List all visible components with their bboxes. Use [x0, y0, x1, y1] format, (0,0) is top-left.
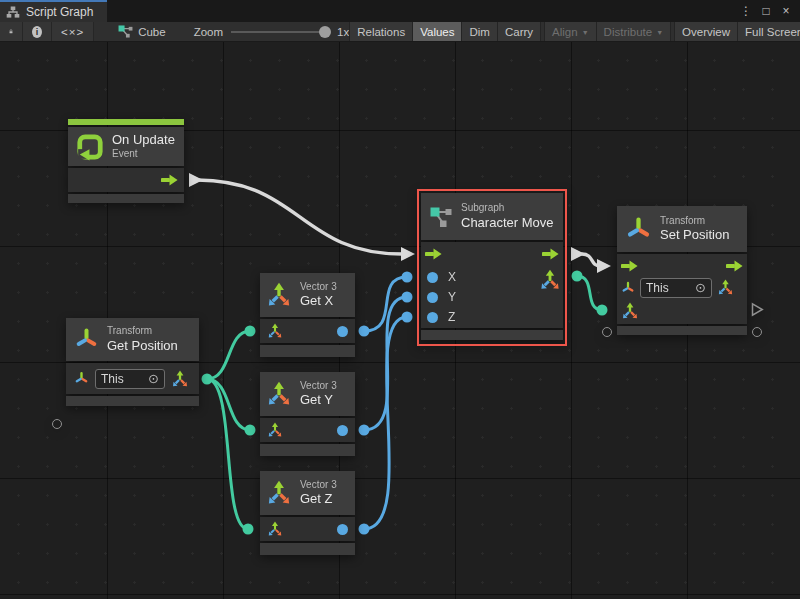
- vector3-input-port[interactable]: [267, 521, 283, 537]
- port-label-x: X: [448, 270, 456, 284]
- graph-toolbar: i <×> Cube Zoom 1x Relations Values Dim …: [0, 22, 800, 42]
- graph-context[interactable]: Cube: [118, 22, 166, 41]
- event-accent-bar: [68, 119, 184, 125]
- chevron-down-icon: ▼: [582, 29, 589, 36]
- tab-title: Script Graph: [26, 5, 93, 19]
- vector3-output-port[interactable]: [539, 269, 561, 291]
- node-character-move[interactable]: Subgraph Character Move X Y: [421, 193, 563, 342]
- wire-charactermove-to-setposition[interactable]: [582, 254, 600, 266]
- values-button[interactable]: Values: [412, 22, 461, 41]
- node-get-y[interactable]: Vector 3 Get Y: [260, 372, 355, 458]
- zoom-value: 1x: [337, 26, 349, 38]
- graph-context-icon: [118, 25, 133, 38]
- graph-tab-icon: [6, 6, 20, 18]
- menu-icon[interactable]: ⋮: [738, 1, 754, 21]
- wire-getposition-to-getz[interactable]: [207, 379, 248, 529]
- transform-output-port[interactable]: [752, 327, 762, 337]
- on-update-icon: [76, 133, 104, 161]
- node-set-position[interactable]: Transform Set Position This ⊙: [617, 206, 747, 337]
- flow-input-port[interactable]: [621, 260, 638, 272]
- vector3-icon: [266, 381, 292, 407]
- float-input-port-x[interactable]: [427, 272, 438, 283]
- distribute-dropdown[interactable]: Distribute▼: [596, 22, 671, 41]
- flow-output-port[interactable]: [726, 260, 743, 272]
- info-icon: i: [32, 26, 42, 38]
- vector3-input-port[interactable]: [267, 422, 283, 438]
- wire-gety-to-charactermove-y[interactable]: [364, 297, 407, 430]
- zoom-control: Zoom 1x: [194, 22, 350, 41]
- target-picker-icon[interactable]: ⊙: [695, 281, 706, 294]
- node-get-x[interactable]: Vector 3 Get X: [260, 273, 355, 359]
- float-output-port[interactable]: [337, 425, 348, 436]
- vector3-icon: [266, 282, 292, 308]
- flow-output-port[interactable]: [161, 174, 178, 186]
- float-input-port-z[interactable]: [427, 312, 438, 323]
- close-icon[interactable]: ×: [778, 1, 794, 21]
- port-label-z: Z: [448, 310, 455, 324]
- transform-icon: [74, 327, 99, 352]
- window-controls: ⋮ □ ×: [738, 0, 800, 22]
- vector3-input-port[interactable]: [267, 323, 283, 339]
- node-get-z[interactable]: Vector 3 Get Z: [260, 471, 355, 557]
- target-picker-icon[interactable]: ⊙: [148, 372, 159, 385]
- float-output-port[interactable]: [337, 524, 348, 535]
- carry-button[interactable]: Carry: [497, 22, 540, 41]
- wire-getposition-to-getx[interactable]: [207, 331, 250, 379]
- float-input-port-y[interactable]: [427, 292, 438, 303]
- vector3-icon: [266, 480, 292, 506]
- wire-getz-to-charactermove-z[interactable]: [364, 317, 407, 529]
- toolbar-toggles: Relations Values Dim Carry Align▼ Distri…: [349, 22, 800, 41]
- this-target-field[interactable]: This ⊙: [640, 278, 712, 298]
- target-input-port[interactable]: [52, 419, 62, 429]
- target-input-port[interactable]: [602, 327, 612, 337]
- port-label-y: Y: [448, 290, 456, 304]
- flow-output-unconnected-port[interactable]: [751, 302, 764, 317]
- float-output-port[interactable]: [337, 326, 348, 337]
- inspect-button[interactable]: i: [23, 22, 52, 41]
- zoom-label: Zoom: [194, 26, 223, 38]
- tab-bar: Script Graph ⋮ □ ×: [0, 0, 800, 22]
- this-target-field[interactable]: This ⊙: [95, 369, 165, 389]
- transform-icon: [625, 216, 652, 243]
- transform-icon: [621, 281, 635, 295]
- vector3-output-port[interactable]: [171, 370, 189, 388]
- vector3-input-port[interactable]: [621, 302, 639, 320]
- node-title: On Update: [112, 132, 175, 148]
- maximize-icon[interactable]: □: [758, 1, 774, 21]
- align-dropdown[interactable]: Align▼: [544, 22, 596, 41]
- overview-button[interactable]: Overview: [674, 22, 737, 41]
- zoom-slider-track: [231, 31, 323, 33]
- chevron-down-icon: ▼: [656, 29, 663, 36]
- dim-button[interactable]: Dim: [461, 22, 496, 41]
- script-graph-window: Script Graph ⋮ □ × i <×> Cube Zoom 1: [0, 0, 800, 599]
- node-get-position[interactable]: Transform Get Position This ⊙: [66, 318, 199, 408]
- graph-context-label: Cube: [138, 26, 166, 38]
- tab-script-graph[interactable]: Script Graph: [0, 0, 107, 22]
- flow-input-port[interactable]: [425, 248, 442, 260]
- wire-getposition-to-gety[interactable]: [207, 379, 250, 430]
- csharp-preview-button[interactable]: <×>: [52, 22, 94, 41]
- transform-icon: [74, 371, 89, 386]
- code-icon: <×>: [61, 26, 84, 38]
- lock-icon: [9, 25, 13, 38]
- wire-charactermove-to-setposition-value[interactable]: [577, 276, 602, 310]
- wire-getx-to-charactermove-x[interactable]: [364, 277, 407, 331]
- zoom-slider-handle[interactable]: [319, 26, 331, 38]
- fullscreen-button[interactable]: Full Screen: [737, 22, 800, 41]
- graph-canvas[interactable]: On Update Event Transform Get Position: [0, 42, 800, 599]
- zoom-slider[interactable]: [231, 26, 323, 38]
- relations-button[interactable]: Relations: [349, 22, 412, 41]
- wire-onupdate-to-charactermove[interactable]: [197, 180, 402, 254]
- node-category: Event: [112, 148, 175, 161]
- flow-output-port[interactable]: [542, 248, 559, 260]
- lock-button[interactable]: [0, 22, 23, 41]
- vector3-output-port[interactable]: [717, 279, 734, 296]
- node-on-update[interactable]: On Update Event: [68, 119, 184, 205]
- subgraph-icon: [429, 205, 453, 229]
